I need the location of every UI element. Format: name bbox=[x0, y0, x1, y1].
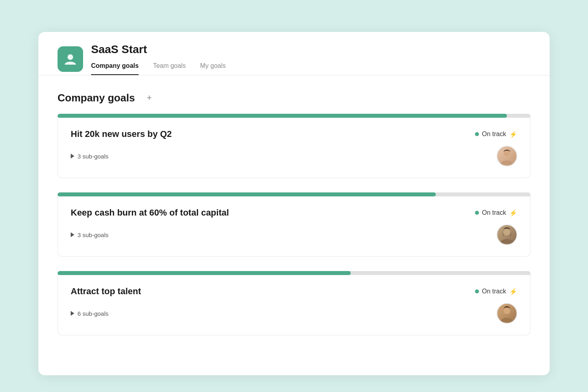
goal-card-bottom-2: 3 sub-goals bbox=[71, 224, 517, 245]
goal-status-1: On track ⚡ bbox=[475, 131, 517, 138]
lightning-icon-2: ⚡ bbox=[509, 209, 517, 217]
goal-title-1: Hit 20k new users by Q2 bbox=[71, 129, 172, 139]
avatar-svg-2 bbox=[497, 225, 516, 244]
header-right: SaaS Start Company goals Team goals My g… bbox=[91, 43, 240, 75]
tab-company-goals[interactable]: Company goals bbox=[91, 62, 139, 75]
progress-bar-track-2 bbox=[58, 192, 530, 196]
add-goal-button[interactable]: + bbox=[143, 91, 156, 104]
main-content: Company goals + Hit 20k new users by Q2 … bbox=[38, 75, 550, 366]
progress-bar-track-1 bbox=[58, 114, 530, 118]
goal-title-3: Attract top talent bbox=[71, 286, 141, 297]
avatar-3 bbox=[497, 303, 517, 324]
status-dot-1 bbox=[475, 132, 479, 136]
progress-bar-track-3 bbox=[58, 271, 530, 275]
section-title: Company goals bbox=[58, 92, 135, 104]
avatar-1 bbox=[497, 146, 517, 166]
sub-goals-1[interactable]: 3 sub-goals bbox=[71, 153, 109, 160]
goal-card-2: Keep cash burn at 60% of total capital O… bbox=[58, 192, 530, 257]
goal-card-body-3: Attract top talent On track ⚡ 6 sub-goal… bbox=[58, 275, 530, 335]
goal-card-bottom-1: 3 sub-goals bbox=[71, 146, 517, 166]
chevron-right-icon-3 bbox=[71, 311, 74, 316]
tabs-nav: Company goals Team goals My goals bbox=[91, 62, 240, 75]
svg-point-3 bbox=[504, 229, 511, 236]
avatar-svg-3 bbox=[497, 304, 516, 323]
goal-card-bottom-3: 6 sub-goals bbox=[71, 303, 517, 324]
section-header: Company goals + bbox=[58, 91, 530, 104]
status-dot-2 bbox=[475, 211, 479, 215]
goal-card-3: Attract top talent On track ⚡ 6 sub-goal… bbox=[58, 271, 530, 335]
status-label-1: On track bbox=[482, 131, 506, 138]
tab-my-goals[interactable]: My goals bbox=[200, 62, 226, 75]
svg-point-4 bbox=[504, 307, 511, 314]
sub-goals-2[interactable]: 3 sub-goals bbox=[71, 232, 109, 238]
goal-title-2: Keep cash burn at 60% of total capital bbox=[71, 208, 229, 218]
goal-card-body-2: Keep cash burn at 60% of total capital O… bbox=[58, 196, 530, 257]
header: SaaS Start Company goals Team goals My g… bbox=[38, 32, 550, 75]
goal-status-2: On track ⚡ bbox=[475, 209, 517, 217]
sub-goals-label-3: 6 sub-goals bbox=[77, 310, 109, 317]
svg-point-0 bbox=[68, 54, 73, 60]
goal-card-top-2: Keep cash burn at 60% of total capital O… bbox=[71, 208, 517, 218]
status-dot-3 bbox=[475, 289, 479, 293]
goal-card-top-3: Attract top talent On track ⚡ bbox=[71, 286, 517, 297]
status-label-3: On track bbox=[482, 288, 506, 295]
avatar-2 bbox=[497, 224, 517, 245]
goal-status-3: On track ⚡ bbox=[475, 288, 517, 295]
progress-bar-fill-1 bbox=[58, 114, 507, 118]
chevron-right-icon-1 bbox=[71, 154, 74, 158]
status-label-2: On track bbox=[482, 209, 506, 216]
lightning-icon-3: ⚡ bbox=[509, 288, 517, 295]
goal-card-body-1: Hit 20k new users by Q2 On track ⚡ 3 sub… bbox=[58, 118, 530, 178]
sub-goals-3[interactable]: 6 sub-goals bbox=[71, 310, 109, 317]
lightning-icon-1: ⚡ bbox=[509, 131, 517, 138]
logo-icon bbox=[58, 46, 83, 72]
app-title: SaaS Start bbox=[91, 43, 240, 56]
progress-bar-fill-2 bbox=[58, 192, 436, 196]
goal-card-top-1: Hit 20k new users by Q2 On track ⚡ bbox=[71, 129, 517, 139]
sub-goals-label-1: 3 sub-goals bbox=[77, 153, 109, 160]
app-container: SaaS Start Company goals Team goals My g… bbox=[38, 32, 550, 375]
sub-goals-label-2: 3 sub-goals bbox=[77, 232, 109, 238]
logo-svg bbox=[63, 52, 77, 66]
chevron-right-icon-2 bbox=[71, 232, 74, 237]
goal-card-1: Hit 20k new users by Q2 On track ⚡ 3 sub… bbox=[58, 114, 530, 178]
svg-point-2 bbox=[504, 150, 511, 157]
tab-team-goals[interactable]: Team goals bbox=[153, 62, 186, 75]
progress-bar-fill-3 bbox=[58, 271, 351, 275]
avatar-svg-1 bbox=[497, 147, 516, 166]
